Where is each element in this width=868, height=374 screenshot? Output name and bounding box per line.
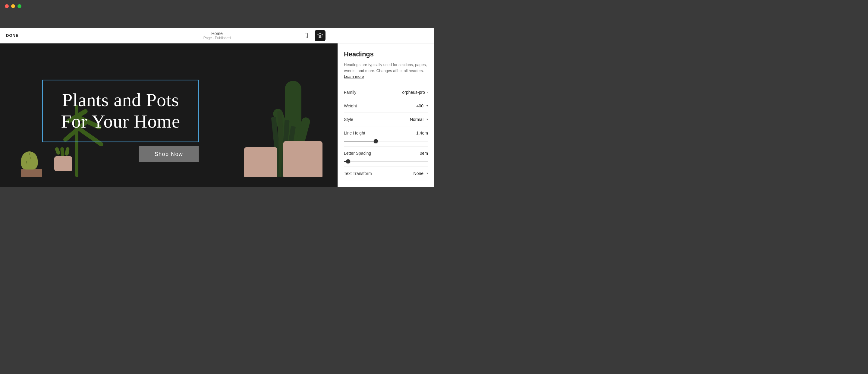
panel-description: Headings are typically used for sections… <box>344 62 428 80</box>
page-info: Home Page · Published <box>204 31 231 40</box>
text-transform-value: None <box>413 171 424 176</box>
text-transform-value-control[interactable]: None ▾ <box>413 171 428 176</box>
line-height-slider-fill <box>344 141 376 141</box>
done-button[interactable]: DONE <box>6 33 19 38</box>
hero-heading: Plants and Pots For Your Home <box>55 89 186 133</box>
window-minimize-button[interactable] <box>11 4 15 8</box>
weight-dropdown-icon: ▾ <box>427 104 428 107</box>
style-label: Style <box>344 117 353 122</box>
shop-now-button[interactable]: Shop Now <box>139 146 199 162</box>
line-height-value: 1.4em <box>416 131 428 136</box>
hanging-plant <box>54 156 72 171</box>
style-property-row: Style Normal ▾ <box>344 113 428 126</box>
letter-spacing-number: 0em <box>420 151 428 155</box>
letter-spacing-slider-thumb[interactable] <box>346 159 350 164</box>
window-close-button[interactable] <box>5 4 9 8</box>
style-editor-button[interactable] <box>315 30 326 41</box>
pot-right <box>283 141 322 177</box>
weight-property-row: Weight 400 ▾ <box>344 99 428 113</box>
text-transform-dropdown-icon: ▾ <box>427 172 428 175</box>
weight-value-control[interactable]: 400 ▾ <box>416 104 428 108</box>
text-transform-label: Text Transform <box>344 171 372 176</box>
panel-content: Headings Headings are typically used for… <box>338 44 434 186</box>
weight-label: Weight <box>344 104 357 108</box>
style-value: Normal <box>410 117 424 122</box>
family-chevron-icon: › <box>427 90 428 94</box>
pot-right-2 <box>244 147 277 177</box>
style-dropdown-icon: ▾ <box>427 118 428 121</box>
family-label: Family <box>344 90 356 95</box>
round-cactus <box>21 151 42 177</box>
line-height-label: Line Height <box>344 131 365 136</box>
page-status: Page · Published <box>204 36 231 40</box>
line-height-number: 1.4em <box>416 131 428 136</box>
style-value-control[interactable]: Normal ▾ <box>410 117 428 122</box>
svg-point-1 <box>306 37 307 37</box>
hero-section: Plants and Pots For Your Home Shop Now <box>0 51 338 177</box>
family-value: orpheus-pro <box>402 90 425 95</box>
panel-title: Headings <box>344 50 428 58</box>
letter-spacing-label: Letter Spacing <box>344 151 371 155</box>
window-maximize-button[interactable] <box>18 4 22 8</box>
family-property-row: Family orpheus-pro › <box>344 86 428 99</box>
weight-value: 400 <box>416 104 424 108</box>
editor-topbar: DONE Home Page · Published <box>0 28 434 44</box>
family-value-control[interactable]: orpheus-pro › <box>402 90 428 95</box>
line-height-slider-row <box>344 137 428 147</box>
preview-area: Your Site Title Shop Our Story Journal C… <box>0 28 338 187</box>
editor-toolbar <box>301 30 326 41</box>
learn-more-link[interactable]: Learn more <box>344 74 364 79</box>
text-transform-property-row: Text Transform None ▾ <box>344 167 428 180</box>
page-name: Home <box>204 31 231 36</box>
letter-spacing-property-row: Letter Spacing 0em <box>344 147 428 157</box>
hero-text-selection-box[interactable]: Plants and Pots For Your Home <box>42 80 199 142</box>
mobile-preview-button[interactable] <box>301 30 312 41</box>
line-height-property-row: Line Height 1.4em <box>344 126 428 137</box>
letter-spacing-value: 0em <box>420 151 428 155</box>
line-height-slider-thumb[interactable] <box>374 139 378 143</box>
typography-panel: ‹ BACK ↩ ↪ Headings Headings are typical… <box>338 28 434 187</box>
letter-spacing-slider[interactable] <box>344 161 428 162</box>
letter-spacing-slider-row <box>344 157 428 167</box>
line-height-slider[interactable] <box>344 141 428 141</box>
